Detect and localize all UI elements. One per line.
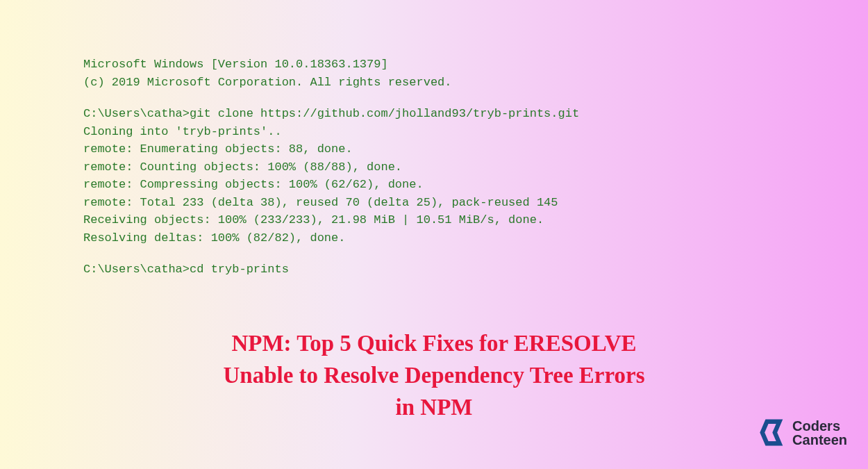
title-line-2: Unable to Resolve Dependency Tree Errors bbox=[223, 363, 644, 388]
article-title-section: NPM: Top 5 Quick Fixes for ERESOLVE Unab… bbox=[0, 313, 868, 438]
title-line-3: in NPM bbox=[396, 395, 473, 420]
git-clone-block: C:\Users\catha>git clone https://github.… bbox=[83, 105, 799, 247]
receiving-line: Receiving objects: 100% (233/233), 21.98… bbox=[83, 211, 799, 229]
logo-text: Coders Canteen bbox=[792, 419, 847, 447]
terminal-header-block: Microsoft Windows [Version 10.0.18363.13… bbox=[83, 56, 799, 91]
total-line: remote: Total 233 (delta 38), reused 70 … bbox=[83, 194, 799, 212]
resolving-line: Resolving deltas: 100% (82/82), done. bbox=[83, 229, 799, 247]
counting-line: remote: Counting objects: 100% (88/88), … bbox=[83, 158, 799, 176]
logo-chevron-icon bbox=[758, 417, 789, 448]
logo-text-line-1: Coders bbox=[792, 419, 847, 433]
title-line-1: NPM: Top 5 Quick Fixes for ERESOLVE bbox=[231, 331, 636, 356]
cd-command: C:\Users\catha>cd tryb-prints bbox=[83, 261, 799, 279]
cd-command-block: C:\Users\catha>cd tryb-prints bbox=[83, 261, 799, 279]
article-title: NPM: Top 5 Quick Fixes for ERESOLVE Unab… bbox=[69, 327, 799, 424]
git-clone-command: C:\Users\catha>git clone https://github.… bbox=[83, 105, 799, 123]
enumerating-line: remote: Enumerating objects: 88, done. bbox=[83, 140, 799, 158]
windows-version-line: Microsoft Windows [Version 10.0.18363.13… bbox=[83, 56, 799, 74]
coders-canteen-logo: Coders Canteen bbox=[758, 417, 847, 448]
cloning-line: Cloning into 'tryb-prints'.. bbox=[83, 123, 799, 141]
compressing-line: remote: Compressing objects: 100% (62/62… bbox=[83, 176, 799, 194]
logo-text-line-2: Canteen bbox=[792, 433, 847, 447]
copyright-line: (c) 2019 Microsoft Corporation. All righ… bbox=[83, 74, 799, 92]
terminal-output: Microsoft Windows [Version 10.0.18363.13… bbox=[0, 0, 868, 306]
